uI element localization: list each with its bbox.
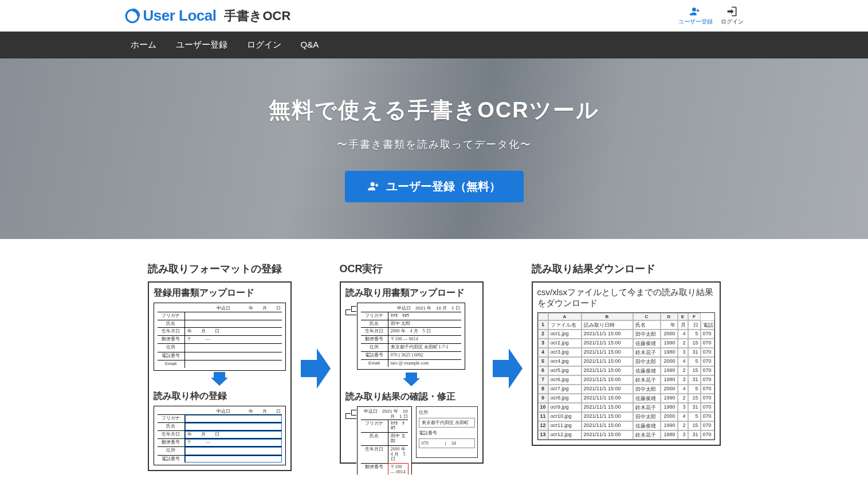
form-header: 申込日 年 月 日 (158, 305, 282, 312)
col2-panel: 読み取り用書類アップロード 申込日 2021 年 10 月 1 日 フリガナﾀﾅ… (340, 281, 484, 464)
table-row: 3ocr2.jpg2021/11/1 15:00佐藤俊雄1990215070 (538, 339, 714, 348)
col1-panel1-title: 登録用書類アップロード (154, 287, 286, 299)
table-row: 13ocr12.jpg2021/11/1 15:00鈴木花子1980331070 (538, 430, 714, 440)
table-row: 4ocr3.jpg2021/11/1 15:00鈴木花子1980331070 (538, 348, 714, 357)
hero-subtitle: 〜手書き書類を読み取ってデータ化〜 (337, 138, 532, 151)
table-row: 12ocr11.jpg2021/11/1 15:00佐藤俊雄1990215070 (538, 421, 714, 430)
auth-register-label: ユーザー登録 (678, 18, 713, 26)
login-icon (726, 6, 739, 17)
workflow-col-download: 読み取り結果ダウンロード csv/xlsxファイルとして今までの読み取り結果をダ… (532, 262, 721, 449)
table-row: 11ocr10.jpg2021/11/1 15:00田中太郎200045070 (538, 412, 714, 421)
arrow-down-icon (345, 373, 478, 389)
col2-panel2-title: 読み取り結果の確認・修正 (345, 391, 478, 403)
side-tel-val: 070 （ 34 (419, 438, 475, 448)
blank-form-mock: 申込日 年 月 日 フリガナ 氏名 生年月日年 月 日 郵便番号〒 ― 住所 電… (154, 303, 286, 371)
table-row: 10ocr9.jpg2021/11/1 15:00鈴木花子1980331070 (538, 403, 714, 412)
table-row: 7ocr6.jpg2021/11/1 15:00鈴木花子1980331070 (538, 375, 714, 385)
sheet-header-row: 1 ファイル名 読み取り日時 氏名 年 月 日 電話 (538, 320, 714, 330)
col3-heading: 読み取り結果ダウンロード (532, 262, 721, 276)
auth-login-label: ログイン (721, 18, 744, 26)
side-addr-val: 東京都千代田区 永田町 (419, 418, 475, 428)
brand-name: User Local (143, 7, 217, 25)
ocr-result-view: 申込日 2021 年 10 月 1 日 フリガナﾀﾅｶ ﾀﾛｳ 氏名田中 太郎 … (345, 406, 478, 458)
nav-home[interactable]: ホーム (131, 40, 156, 50)
frame-form-mock: 申込日 年 月 日 フリガナ 氏名 生年月日年 月 日 郵便番号〒 ― 住所 電… (154, 406, 286, 466)
navbar: ホーム ユーザー登録 ログイン Q&A (0, 32, 868, 58)
table-row: 9ocr8.jpg2021/11/1 15:00佐藤俊雄1990215070 (538, 394, 714, 403)
auth-login[interactable]: ログイン (721, 6, 744, 26)
ocr-correction-box: 住所 東京都千代田区 永田町 電話番号 070 （ 34 (416, 406, 478, 458)
col1-panel-upload: 登録用書類アップロード 申込日 年 月 日 フリガナ 氏名 生年月日年 月 日 … (148, 281, 292, 471)
hero: 無料で使える手書きOCRツール 〜手書き書類を読み取ってデータ化〜 ユーザー登録… (0, 58, 868, 239)
hero-cta-label: ユーザー登録（無料） (386, 179, 501, 194)
workflow: 読み取りフォーマットの登録 登録用書類アップロード 申込日 年 月 日 フリガナ… (148, 262, 721, 475)
col2-heading: OCR実行 (340, 262, 484, 276)
table-row: 8ocr7.jpg2021/11/1 15:00田中太郎200045070 (538, 385, 714, 394)
table-row: 2ocr1.jpg2021/11/1 15:00田中太郎200045070 (538, 330, 714, 339)
arrow-right-icon (301, 308, 331, 429)
col3-panel: csv/xlsxファイルとして今までの読み取り結果をダウンロード A B C D… (532, 281, 721, 446)
brand-product: 手書きOCR (224, 7, 290, 25)
arrow-down-icon (154, 372, 286, 388)
side-tel-label: 電話番号 (419, 430, 475, 436)
logo-icon (125, 9, 140, 23)
workflow-col-format: 読み取りフォーマットの登録 登録用書類アップロード 申込日 年 月 日 フリガナ… (148, 262, 292, 475)
brand-logo: User Local (125, 7, 217, 25)
hero-title: 無料で使える手書きOCRツール (269, 96, 599, 125)
table-row: 6ocr5.jpg2021/11/1 15:00佐藤俊雄1990215070 (538, 366, 714, 375)
workflow-col-ocr: OCR実行 読み取り用書類アップロード 申込日 2021 年 10 月 1 日 … (340, 262, 484, 467)
brand[interactable]: User Local 手書きOCR (125, 7, 291, 25)
col3-sub: csv/xlsxファイルとして今までの読み取り結果をダウンロード (537, 287, 715, 309)
spreadsheet-mock: A B C D E F 1 ファイル名 読み取り日時 氏名 年 月 日 電話 (537, 312, 715, 440)
auth-register[interactable]: ユーザー登録 (678, 6, 713, 26)
topbar: User Local 手書きOCR ユーザー登録 ログイン (125, 0, 744, 32)
nav-register[interactable]: ユーザー登録 (176, 40, 227, 50)
hero-cta-button[interactable]: ユーザー登録（無料） (345, 171, 524, 202)
side-addr-label: 住所 (419, 409, 475, 416)
filled-form-stack: 申込日 2021 年 10 月 1 日 フリガナﾀﾅｶ ﾀﾛｳ 氏名田中 太郎 … (345, 303, 478, 371)
user-plus-icon (368, 180, 380, 193)
col1-heading: 読み取りフォーマットの登録 (148, 262, 292, 276)
arrow-right-icon (493, 308, 523, 429)
nav-qa[interactable]: Q&A (301, 40, 319, 50)
sheet-col-letters: A B C D E F (538, 313, 714, 320)
col1-panel2-title: 読み取り枠の登録 (154, 390, 286, 402)
auth-links: ユーザー登録 ログイン (678, 6, 744, 26)
table-row: 5ocr4.jpg2021/11/1 15:00田中太郎200045070 (538, 357, 714, 366)
nav-login[interactable]: ログイン (247, 40, 281, 50)
user-plus-icon (689, 6, 702, 17)
col2-panel1-title: 読み取り用書類アップロード (345, 287, 478, 299)
